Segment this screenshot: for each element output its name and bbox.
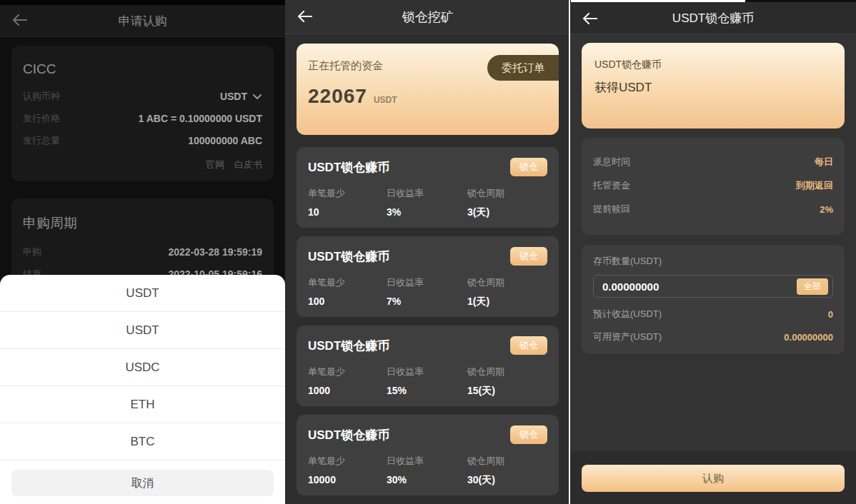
mining-header: 锁仓挖矿: [285, 0, 570, 34]
custody-label: 托管资金: [593, 179, 630, 192]
sheet-option-usdt-1[interactable]: USDT: [0, 275, 285, 312]
banner-title: USDT锁仓赚币: [594, 59, 832, 71]
cancel-button[interactable]: 取消: [11, 470, 274, 496]
product-title: USDT锁仓赚币: [308, 159, 389, 176]
start-label: 申购: [23, 246, 41, 258]
status-bar-strip: [0, 0, 285, 5]
min-value: 100: [308, 296, 387, 307]
period-label: 锁仓周期: [467, 455, 546, 468]
subscribe-header: 申请认购: [0, 5, 285, 37]
product-title: USDT锁仓赚币: [308, 248, 389, 265]
lock-button[interactable]: 锁仓: [510, 336, 547, 355]
back-arrow-icon[interactable]: [11, 14, 27, 29]
rate-value: 7%: [387, 296, 467, 307]
min-value: 1000: [308, 385, 387, 396]
deposit-form-card: 存币数量(USDT) 全部 预计收益(USDT) 0 可用资产(USDT) 0.…: [582, 245, 845, 354]
profit-label: 预计收益(USDT): [593, 308, 662, 321]
sheet-option-usdt-2[interactable]: USDT: [0, 312, 285, 349]
amount-input[interactable]: [602, 281, 797, 293]
sheet-option-eth[interactable]: ETH: [0, 386, 285, 423]
subscribe-button[interactable]: 认购: [582, 465, 845, 492]
price-label: 发行价格: [23, 112, 60, 125]
currency-value: USDT: [220, 91, 247, 102]
redeem-label: 提前赎回: [593, 203, 630, 216]
rate-value: 30%: [387, 474, 467, 485]
rate-label: 日收益率: [387, 187, 467, 200]
period-value: 30(天): [467, 474, 546, 487]
rate-label: 日收益率: [387, 366, 467, 378]
whitepaper-link[interactable]: 白皮书: [234, 158, 262, 171]
redeem-value: 2%: [820, 204, 833, 215]
product-title: USDT锁仓赚币: [308, 338, 389, 354]
amount-input-box: 全部: [593, 275, 833, 298]
custody-summary-card: 正在托管的资金 委托订单 22067 USDT: [297, 44, 559, 135]
mining-body: 正在托管的资金 委托订单 22067 USDT USDT锁仓赚币 锁仓 单笔最少…: [285, 35, 570, 504]
orders-button[interactable]: 委托订单: [487, 55, 559, 81]
available-row: 可用资产(USDT) 0.00000000: [593, 331, 833, 343]
price-row: 发行价格 1 ABC = 0.10000000 USDT: [23, 112, 262, 125]
panel-subscribe: 申请认购 CICC 认购币种 USDT 发行价格 1 ABC = 0.10000…: [0, 0, 285, 504]
official-site-link[interactable]: 官网: [206, 158, 224, 171]
custody-row: 托管资金 到期返回: [593, 179, 833, 192]
detail-body: USDT锁仓赚币 获得USDT 派息时间 每日 托管资金 到期返回 提前赎回 2…: [570, 34, 856, 451]
profit-value: 0: [828, 309, 833, 320]
rate-label: 日收益率: [387, 276, 467, 289]
supply-value: 100000000 ABC: [188, 135, 262, 146]
custody-amount: 22067: [308, 85, 367, 108]
lock-button[interactable]: 锁仓: [510, 425, 547, 444]
chevron-down-icon: [252, 94, 262, 100]
product-title: USDT锁仓赚币: [308, 427, 389, 443]
custody-value: 到期返回: [796, 179, 833, 192]
project-name: CICC: [23, 61, 262, 77]
price-value: 1 ABC = 0.10000000 USDT: [139, 113, 262, 124]
lock-button[interactable]: 锁仓: [510, 158, 547, 176]
back-arrow-icon[interactable]: [297, 10, 312, 26]
min-label: 单笔最少: [308, 455, 387, 468]
profit-row: 预计收益(USDT) 0: [593, 308, 833, 321]
panel-mining: 锁仓挖矿 正在托管的资金 委托订单 22067 USDT USDT锁仓赚币 锁仓…: [285, 0, 570, 504]
currency-action-sheet: USDT USDT USDC ETH BTC 取消: [0, 275, 285, 504]
page-title: USDT锁仓赚币: [672, 10, 754, 26]
all-button[interactable]: 全部: [797, 278, 828, 295]
panel-divider: [569, 0, 570, 504]
start-value: 2022-03-28 19:59:19: [168, 246, 262, 258]
app-root: 申请认购 CICC 认购币种 USDT 发行价格 1 ABC = 0.10000…: [0, 0, 856, 504]
period-label: 锁仓周期: [467, 366, 546, 378]
product-card: USDT锁仓赚币 锁仓 单笔最少1000 日收益率15% 锁仓周期15(天): [297, 326, 559, 406]
payout-row: 派息时间 每日: [593, 156, 833, 168]
banner-subtitle: 获得USDT: [594, 79, 832, 96]
redeem-row: 提前赎回 2%: [593, 203, 833, 216]
currency-label: 认购币种: [23, 90, 60, 103]
start-row: 申购 2022-03-28 19:59:19: [23, 246, 262, 258]
page-title: 申请认购: [119, 13, 167, 29]
product-card: USDT锁仓赚币 锁仓 单笔最少100 日收益率7% 锁仓周期1(天): [297, 236, 559, 317]
period-label: 锁仓周期: [467, 187, 546, 200]
available-value: 0.00000000: [784, 332, 833, 343]
min-label: 单笔最少: [308, 366, 387, 378]
product-banner: USDT锁仓赚币 获得USDT: [582, 43, 845, 128]
sheet-option-usdc[interactable]: USDC: [0, 349, 285, 386]
project-links: 官网 白皮书: [23, 158, 262, 171]
supply-row: 发行总量 100000000 ABC: [23, 134, 262, 147]
period-value: 1(天): [467, 296, 546, 308]
currency-select[interactable]: USDT: [220, 91, 262, 102]
lock-button[interactable]: 锁仓: [510, 247, 547, 266]
min-value: 10: [308, 206, 387, 218]
product-card: USDT锁仓赚币 锁仓 单笔最少10 日收益率3% 锁仓周期3(天): [297, 147, 559, 228]
period-label: 锁仓周期: [467, 276, 546, 289]
page-title: 锁仓挖矿: [402, 9, 454, 26]
cycle-title: 申购周期: [23, 214, 262, 233]
available-label: 可用资产(USDT): [593, 331, 662, 343]
period-value: 3(天): [467, 206, 546, 219]
min-label: 单笔最少: [308, 187, 387, 200]
period-value: 15(天): [467, 385, 546, 398]
terms-card: 派息时间 每日 托管资金 到期返回 提前赎回 2%: [582, 138, 845, 235]
payout-label: 派息时间: [593, 156, 630, 168]
back-arrow-icon[interactable]: [582, 12, 597, 28]
payout-value: 每日: [815, 156, 833, 168]
rate-label: 日收益率: [387, 455, 467, 468]
supply-label: 发行总量: [23, 134, 60, 147]
min-label: 单笔最少: [308, 276, 387, 289]
project-card: CICC 认购币种 USDT 发行价格 1 ABC = 0.10000000 U…: [11, 46, 274, 181]
sheet-option-btc[interactable]: BTC: [0, 423, 285, 460]
